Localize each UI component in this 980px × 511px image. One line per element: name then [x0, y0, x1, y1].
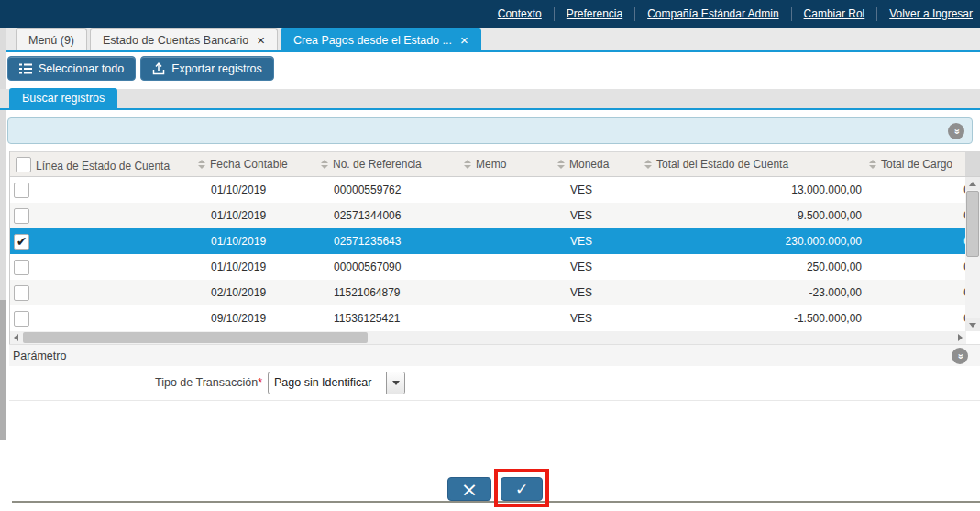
column-label: Moneda	[569, 158, 609, 171]
sort-icon[interactable]	[321, 160, 328, 169]
results-grid: Línea de Estado de Cuenta Fecha Contable…	[9, 151, 980, 344]
header-checkbox-cell	[10, 152, 34, 176]
column-header-moneda[interactable]: Moneda	[556, 152, 643, 176]
cell-moneda: VES	[556, 286, 643, 299]
cell-total-estado: 250.000,00	[643, 261, 867, 273]
export-records-button[interactable]: Exportar registros	[140, 56, 274, 81]
sort-icon[interactable]	[464, 160, 471, 169]
table-row-selected[interactable]: ✔ 01/10/2019 02571235643 VES 230.000.000…	[10, 228, 965, 254]
horizontal-scrollbar[interactable]	[10, 331, 966, 344]
column-header-total-estado[interactable]: Total del Estado de Cuenta	[643, 152, 867, 176]
cell-referencia: 02571344006	[319, 209, 462, 222]
double-chevron-down-icon: «	[955, 353, 965, 359]
tab-label: Menú (9)	[28, 34, 74, 47]
tab-crea-pagos[interactable]: Crea Pagos desde el Estado ... ×	[281, 28, 481, 50]
cell-referencia: 11536125421	[319, 312, 462, 325]
check-icon: ✔	[17, 234, 28, 249]
row-checkbox-checked[interactable]: ✔	[14, 234, 29, 250]
column-label: Total del Estado de Cuenta	[656, 158, 788, 171]
cell-referencia: 11521064879	[319, 286, 462, 299]
column-header-total-cargo[interactable]: Total de Cargo	[867, 152, 965, 176]
cell-total-estado: -1.500.000,00	[643, 312, 867, 325]
scroll-up-button[interactable]	[965, 177, 980, 190]
table-row[interactable]: 01/10/2019 00000559762 VES 13.000.000,00…	[10, 177, 965, 203]
app-window: Contexto Preferencia Compañía Estándar A…	[0, 0, 980, 511]
tab-estado-cuentas[interactable]: Estado de Cuentas Bancario ×	[90, 28, 278, 50]
cell-moneda: VES	[556, 183, 643, 196]
table-row[interactable]: 02/10/2019 11521064879 VES -23.000,00 0	[10, 280, 965, 305]
company-link[interactable]: Compañía Estándar Admin	[647, 7, 778, 20]
scroll-left-button[interactable]	[10, 331, 22, 344]
sort-icon[interactable]	[644, 160, 652, 169]
select-all-label: Seleccionar todo	[39, 62, 124, 75]
logout-link[interactable]: Volver a Ingresar	[889, 7, 973, 20]
dropdown-arrow-button[interactable]	[386, 372, 404, 394]
tab-menu[interactable]: Menú (9)	[16, 28, 87, 50]
top-navbar: Contexto Preferencia Compañía Estándar A…	[0, 0, 980, 28]
vertical-scroll-thumb[interactable]	[966, 191, 979, 257]
export-records-label: Exportar registros	[171, 62, 262, 75]
confirm-button[interactable]: ✓	[501, 477, 543, 501]
list-icon	[19, 62, 32, 75]
window-tabbar: Menú (9) Estado de Cuentas Bancario × Cr…	[0, 28, 980, 52]
sort-icon[interactable]	[557, 160, 565, 169]
search-input[interactable]	[8, 118, 972, 143]
table-row[interactable]: 01/10/2019 02571344006 VES 9.500.000,00 …	[10, 203, 965, 228]
row-checkbox[interactable]	[14, 208, 29, 224]
row-checkbox[interactable]	[14, 183, 29, 198]
column-header-fecha[interactable]: Fecha Contable	[196, 152, 319, 176]
collapse-parameter-button[interactable]: «	[952, 348, 968, 364]
collapse-filter-button[interactable]: «	[948, 123, 964, 139]
double-chevron-down-icon: «	[952, 128, 962, 134]
toolbar: Seleccionar todo Exportar registros	[7, 56, 274, 81]
cell-referencia: 00000559762	[319, 183, 462, 196]
search-panel-band: Buscar registros	[0, 89, 980, 110]
row-checkbox[interactable]	[14, 260, 29, 275]
confirm-icon: ✓	[515, 480, 528, 498]
parameter-title: Parámetro	[13, 350, 66, 362]
cell-total-estado: 9.500.000,00	[643, 209, 867, 222]
grid-body: 01/10/2019 00000559762 VES 13.000.000,00…	[10, 177, 965, 331]
cell-fecha: 02/10/2019	[196, 286, 319, 299]
splitter-grip[interactable]	[0, 300, 6, 440]
vertical-scrollbar[interactable]	[965, 177, 980, 331]
column-header-referencia[interactable]: No. de Referencia	[319, 152, 462, 176]
preference-link[interactable]: Preferencia	[567, 7, 622, 20]
select-all-button[interactable]: Seleccionar todo	[7, 56, 136, 81]
column-header-linea[interactable]: Línea de Estado de Cuenta	[34, 152, 196, 176]
cell-moneda: VES	[556, 209, 643, 222]
cell-fecha: 01/10/2019	[196, 235, 319, 248]
sort-icon[interactable]	[869, 160, 876, 169]
transaction-type-select[interactable]: Pago sin Identificar	[268, 372, 405, 394]
select-all-checkbox[interactable]	[16, 157, 31, 172]
selected-option: Pago sin Identificar	[274, 372, 384, 394]
scroll-right-button[interactable]	[954, 331, 966, 344]
transaction-type-label: Tipo de Transacción*	[9, 376, 262, 389]
cell-total-cargo: 0	[867, 183, 965, 196]
cell-total-cargo: 0	[867, 235, 965, 248]
cell-fecha: 01/10/2019	[196, 209, 319, 222]
table-row[interactable]: 01/10/2019 00000567090 VES 250.000,00 0	[10, 254, 965, 280]
close-tab-icon[interactable]: ×	[257, 35, 265, 46]
footer-divider	[12, 501, 980, 503]
filter-bar: «	[7, 117, 973, 144]
sort-icon[interactable]	[198, 160, 205, 169]
tab-label: Crea Pagos desde el Estado ...	[293, 34, 452, 47]
table-row[interactable]: 09/10/2019 11536125421 VES -1.500.000,00…	[10, 305, 965, 331]
context-link[interactable]: Contexto	[498, 7, 542, 20]
cell-moneda: VES	[556, 261, 643, 273]
cell-fecha: 01/10/2019	[196, 261, 319, 273]
cancel-button[interactable]: ×	[447, 477, 491, 501]
scrollbar-corner	[965, 152, 980, 176]
close-tab-icon[interactable]: ×	[460, 35, 468, 46]
column-label: Línea de Estado de Cuenta	[36, 160, 170, 172]
row-checkbox[interactable]	[14, 311, 29, 327]
parameter-form: Tipo de Transacción* Pago sin Identifica…	[9, 366, 980, 401]
column-header-memo[interactable]: Memo	[462, 152, 556, 176]
scroll-down-button[interactable]	[965, 318, 980, 331]
tab-buscar-registros[interactable]: Buscar registros	[9, 88, 117, 108]
row-checkbox[interactable]	[14, 285, 29, 301]
change-role-link[interactable]: Cambiar Rol	[804, 7, 865, 20]
cell-total-estado: -23.000,00	[643, 286, 867, 299]
horizontal-scroll-thumb[interactable]	[23, 332, 368, 343]
